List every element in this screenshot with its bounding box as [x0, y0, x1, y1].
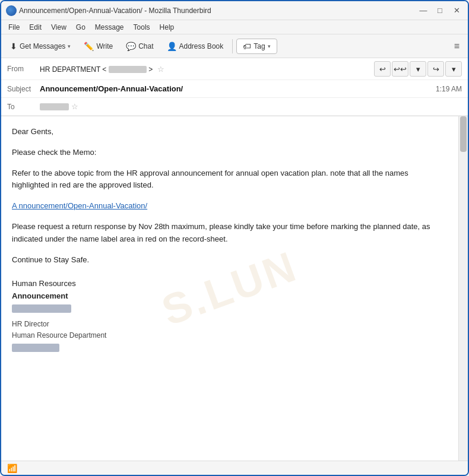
- tag-button[interactable]: 🏷 Tag ▾: [236, 39, 277, 54]
- forward-button[interactable]: ↪: [427, 61, 444, 77]
- maximize-button[interactable]: □: [433, 4, 446, 17]
- menu-go[interactable]: Go: [71, 22, 90, 33]
- menu-message[interactable]: Message: [90, 22, 129, 33]
- subject-value: Announcement/Open-Annual-Vacation/: [40, 84, 436, 93]
- get-messages-label: Get Messages: [20, 42, 65, 50]
- chat-label: Chat: [138, 42, 153, 50]
- sig-blurred-contact: [12, 344, 59, 352]
- email-body: S.LUN Dear Gents, Please check the Memo:…: [1, 116, 458, 461]
- from-row: From HR DEPARTMENT < > ☆ ↩ ↩↩ ▾ ↪ ▾: [1, 58, 468, 80]
- scrollbar-thumb[interactable]: [460, 116, 467, 152]
- prev-button[interactable]: ▾: [410, 61, 426, 77]
- para1: Please check the Memo:: [12, 147, 448, 159]
- subject-row: Subject Announcement/Open-Annual-Vacatio…: [1, 80, 468, 98]
- para3: Please request a return response by Nov …: [12, 221, 448, 246]
- connection-status-icon: 📶: [7, 464, 17, 473]
- write-icon: ✏️: [84, 42, 94, 51]
- action-buttons: ↩ ↩↩ ▾ ↪ ▾: [374, 61, 462, 77]
- main-window: Announcement/Open-Annual-Vacation/ - Moz…: [0, 0, 469, 476]
- chat-icon: 💬: [126, 42, 136, 51]
- app-logo: [6, 5, 17, 16]
- email-header: From HR DEPARTMENT < > ☆ ↩ ↩↩ ▾ ↪ ▾ Subj…: [1, 58, 468, 116]
- scrollbar[interactable]: [458, 116, 468, 461]
- menu-bar: File Edit View Go Message Tools Help: [1, 20, 468, 34]
- more-button[interactable]: ▾: [445, 61, 462, 77]
- subject-label: Subject: [7, 85, 40, 93]
- title-bar: Announcement/Open-Annual-Vacation/ - Moz…: [1, 1, 468, 20]
- tag-dropdown-arrow: ▾: [268, 43, 271, 49]
- get-messages-button[interactable]: ⬇ Get Messages ▾: [5, 39, 76, 54]
- sig-role1: HR Director: [12, 319, 448, 330]
- email-time: 1:19 AM: [436, 85, 462, 93]
- greeting: Dear Gents,: [12, 126, 448, 138]
- toolbar: ⬇ Get Messages ▾ ✏️ Write 💬 Chat 👤 Addre…: [1, 34, 468, 58]
- get-messages-icon: ⬇: [10, 42, 17, 51]
- menu-help[interactable]: Help: [155, 22, 179, 33]
- menu-file[interactable]: File: [4, 22, 24, 33]
- link-paragraph: A nnouncement/Open-Annual-Vacation/: [12, 200, 448, 212]
- menu-edit[interactable]: Edit: [24, 22, 46, 33]
- address-book-button[interactable]: 👤 Address Book: [161, 39, 229, 54]
- menu-tools[interactable]: Tools: [129, 22, 155, 33]
- signature-block: Human Resources Announcement HR Director…: [12, 278, 448, 358]
- toolbar-separator: [232, 39, 233, 53]
- close-button[interactable]: ✕: [450, 4, 463, 17]
- from-star-icon[interactable]: ☆: [157, 65, 164, 74]
- minimize-button[interactable]: —: [417, 4, 430, 17]
- to-value-blurred: [40, 103, 69, 110]
- sig-role2: Human Resource Department: [12, 330, 448, 341]
- from-suffix: >: [148, 65, 153, 74]
- reply-all-button[interactable]: ↩↩: [392, 61, 408, 77]
- announcement-link[interactable]: A nnouncement/Open-Annual-Vacation/: [12, 201, 147, 210]
- address-book-label: Address Book: [179, 42, 224, 50]
- from-value: HR DEPARTMENT < > ☆: [40, 65, 374, 74]
- from-label: From: [7, 65, 40, 73]
- sig-company: Human Resources: [12, 278, 448, 290]
- email-content: Dear Gents, Please check the Memo: Refer…: [12, 126, 448, 358]
- closing: Continue to Stay Safe.: [12, 254, 448, 266]
- write-button[interactable]: ✏️ Write: [78, 39, 118, 54]
- hamburger-menu-button[interactable]: ≡: [449, 39, 464, 54]
- status-bar: 📶: [1, 461, 468, 475]
- window-controls: — □ ✕: [417, 4, 463, 17]
- to-label: To: [7, 103, 40, 111]
- get-messages-dropdown-arrow: ▾: [68, 43, 71, 49]
- sig-title: Announcement: [12, 290, 448, 303]
- reply-button[interactable]: ↩: [374, 61, 391, 77]
- to-row: To ☆: [1, 98, 468, 116]
- menu-view[interactable]: View: [46, 22, 71, 33]
- from-text: HR DEPARTMENT <: [40, 65, 106, 74]
- tag-icon: 🏷: [243, 42, 251, 51]
- write-label: Write: [96, 42, 113, 50]
- tag-label: Tag: [253, 42, 265, 50]
- chat-button[interactable]: 💬 Chat: [121, 39, 159, 54]
- from-email-blurred: [109, 66, 147, 73]
- para2: Refer to the above topic from the HR app…: [12, 167, 448, 192]
- address-book-icon: 👤: [167, 42, 177, 51]
- email-body-wrapper: S.LUN Dear Gents, Please check the Memo:…: [1, 116, 468, 461]
- sig-blurred-name: [12, 304, 71, 313]
- window-title: Announcement/Open-Annual-Vacation/ - Moz…: [19, 7, 417, 15]
- to-star-icon[interactable]: ☆: [71, 102, 78, 111]
